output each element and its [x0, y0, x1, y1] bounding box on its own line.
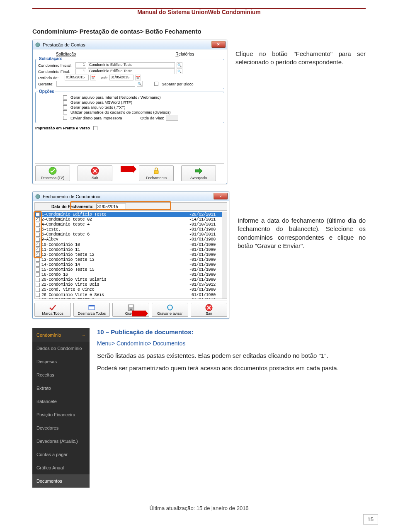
checkbox[interactable]	[36, 278, 40, 282]
list-item-date: -01/01/1980	[182, 262, 216, 267]
input-data-fechamento[interactable]	[96, 204, 126, 209]
tab-relatorios[interactable]: Relatórios	[175, 52, 194, 56]
sidebar-item-dados[interactable]: Dados do Condomínio	[32, 342, 90, 355]
list-item[interactable]: 25-Cond. Vinte e Cinco-01/01/1980	[35, 287, 227, 292]
checkbox[interactable]	[36, 228, 40, 232]
desmarca-todos-button[interactable]: Desmarca Todos	[73, 303, 110, 317]
sidebar-item-devedores[interactable]: Devedores	[32, 421, 90, 435]
processa-button[interactable]: Processa (F2)	[35, 165, 70, 181]
input-cond-inicial-num[interactable]: 1	[75, 62, 86, 68]
list-item[interactable]: 80-CONDOMINIUM TESTE 8-31/01/2012	[35, 298, 227, 299]
input-cond-final-num[interactable]: 1	[75, 68, 86, 74]
list-item[interactable]: 16-Condo 16-01/01/1980	[35, 272, 227, 277]
list-item[interactable]: 4-Condominio teste 4-01/10/2011	[35, 222, 227, 227]
scrollbar[interactable]	[222, 212, 227, 299]
sidebar-item-posicao[interactable]: Posição Financeira	[32, 408, 90, 421]
list-item[interactable]: 12-Condominio teste 12-01/01/1980	[35, 253, 227, 257]
list-item[interactable]: 5-teste.-01/01/1980	[35, 227, 227, 232]
list-item[interactable]: 22-Condominio Vinte Dois-01/03/2012	[35, 282, 227, 287]
list-item-name: 6-Condominio teste 6	[41, 232, 182, 237]
list-item[interactable]: 6-Condominio teste 6-01/10/2011	[35, 232, 227, 237]
list-item[interactable]: 26-Condominio Vinte e Seis-01/01/1980	[35, 293, 227, 298]
input-periodo-de[interactable]: 01/05/2015	[65, 75, 89, 80]
input-periodo-ate[interactable]: 31/05/2015	[109, 75, 133, 80]
close-icon[interactable]: ✕	[214, 193, 228, 199]
list-item-date: -01/03/2012	[182, 282, 216, 287]
doc-header-title: Manual do Sistema UnionWeb Condominium	[32, 9, 366, 15]
list-item[interactable]: 11-Condominio 11-01/01/1980	[35, 248, 227, 253]
checkbox[interactable]	[36, 243, 40, 247]
annotation-arrow-icon	[131, 310, 148, 317]
sidebar-item-receitas[interactable]: Receitas	[32, 368, 90, 381]
sidebar-item-despesas[interactable]: Despesas	[32, 355, 90, 368]
sidebar-item-grafico[interactable]: Gráfico Anual	[32, 461, 90, 474]
label-cond-final: Condomínio Final:	[38, 69, 74, 74]
list-item[interactable]: 1-Condomínio Edifício Teste-28/02/2011	[35, 212, 227, 217]
list-item-name: 12-Condominio teste 12	[41, 253, 182, 257]
checkbox[interactable]	[36, 262, 40, 267]
sair-button[interactable]: Sair	[191, 303, 227, 317]
list-item[interactable]: 15-Condominio Teste 15-01/01/1980	[35, 267, 227, 272]
window-fechamento: Fechamento de Condomínio ✕ Data do Fecha…	[32, 192, 229, 319]
sidebar-item-devedores-atual[interactable]: Devedores (Atualiz.)	[32, 435, 90, 448]
marca-todos-button[interactable]: Marca Todos	[34, 303, 71, 317]
list-item-name: 16-Condo 16	[41, 272, 182, 277]
label-opt-rtf: Gerar arquivo para MSWord (.RTF)	[70, 100, 132, 104]
checkbox-opt-rtf[interactable]	[63, 100, 67, 104]
section10-p1: Serão listadas as pastas existentes. Ela…	[97, 352, 366, 360]
label-gerente: Gerente:	[38, 82, 55, 86]
checkbox[interactable]	[36, 288, 40, 292]
label-frente-verso: Impressão em Frente e Verso	[35, 126, 90, 130]
close-icon[interactable]: ✕	[211, 41, 226, 48]
lookup-icon[interactable]: 🔍	[177, 62, 182, 68]
list-item[interactable]: 13-Condominio teste 13-01/01/1980	[35, 257, 227, 262]
sidebar-item-contas[interactable]: Contas a pagar	[32, 448, 90, 461]
list-item[interactable]: 20-Condominio Vinte Solaris-01/01/1980	[35, 277, 227, 282]
sidebar-item-documentos[interactable]: Documentos	[32, 474, 90, 488]
checkbox-separar-bloco[interactable]	[154, 82, 158, 86]
sidebar-item-balancete[interactable]: Balancete	[32, 395, 90, 408]
checkbox-frente-verso[interactable]	[93, 126, 97, 130]
calendar-icon[interactable]: 📅	[135, 75, 141, 80]
gravar-avisar-button[interactable]: Gravar e avisar	[152, 303, 188, 317]
list-item[interactable]: 14-Condominio 14-01/01/1980	[35, 262, 227, 267]
lookup-icon[interactable]: 🔍	[177, 68, 182, 74]
avancado-button[interactable]: Avançado	[181, 165, 216, 181]
list-item[interactable]: 2-Condominio teste 02-14/11/2011	[35, 217, 227, 222]
checkbox[interactable]	[36, 233, 40, 237]
checkbox-opt-print[interactable]	[63, 116, 67, 120]
sidebar-item-extrato[interactable]: Extrato	[32, 381, 90, 395]
fechamento-button[interactable]: Fechamento	[139, 165, 174, 181]
condominio-list[interactable]: 1-Condomínio Edifício Teste-28/02/20112-…	[34, 212, 227, 299]
tab-solicitacao[interactable]: Solicitação	[56, 52, 76, 56]
checkbox[interactable]	[36, 293, 40, 297]
checkbox[interactable]	[36, 283, 40, 287]
avancado-label: Avançado	[190, 176, 207, 180]
sidebar-item-condominio[interactable]: Condomínio ⌄	[32, 328, 90, 342]
input-qtde-vias[interactable]	[166, 115, 178, 121]
checkbox-opt-param[interactable]	[63, 110, 67, 114]
input-gerente[interactable]	[56, 81, 135, 87]
lookup-icon[interactable]: 🔍	[137, 81, 143, 87]
sair-label: Sair	[206, 311, 212, 316]
checkbox-opt-internet[interactable]	[63, 95, 67, 100]
checkbox[interactable]	[36, 298, 40, 299]
checkbox[interactable]	[36, 212, 40, 216]
checkbox[interactable]	[36, 223, 40, 227]
window-icon	[35, 194, 40, 199]
checkbox[interactable]	[36, 257, 40, 262]
list-item-date: -14/11/2011	[182, 217, 216, 222]
list-item[interactable]: 9-Albev-01/01/1980	[35, 237, 227, 242]
checkbox-opt-txt[interactable]	[63, 105, 67, 109]
checkbox[interactable]	[36, 253, 40, 257]
checkbox[interactable]	[36, 248, 40, 252]
checkbox[interactable]	[36, 267, 40, 272]
checkbox[interactable]	[36, 217, 40, 221]
sair-button[interactable]: Sair	[78, 165, 112, 181]
input-cond-final-nome[interactable]: Condomínio Edifício Teste	[88, 68, 175, 74]
input-cond-inicial-nome[interactable]: Condomínio Edifício Teste	[88, 62, 175, 68]
checkbox[interactable]	[36, 238, 40, 242]
checkbox[interactable]	[36, 272, 40, 277]
list-item[interactable]: 10-Condominio 10-01/01/1980	[35, 243, 227, 248]
calendar-icon[interactable]: 📅	[90, 75, 96, 80]
